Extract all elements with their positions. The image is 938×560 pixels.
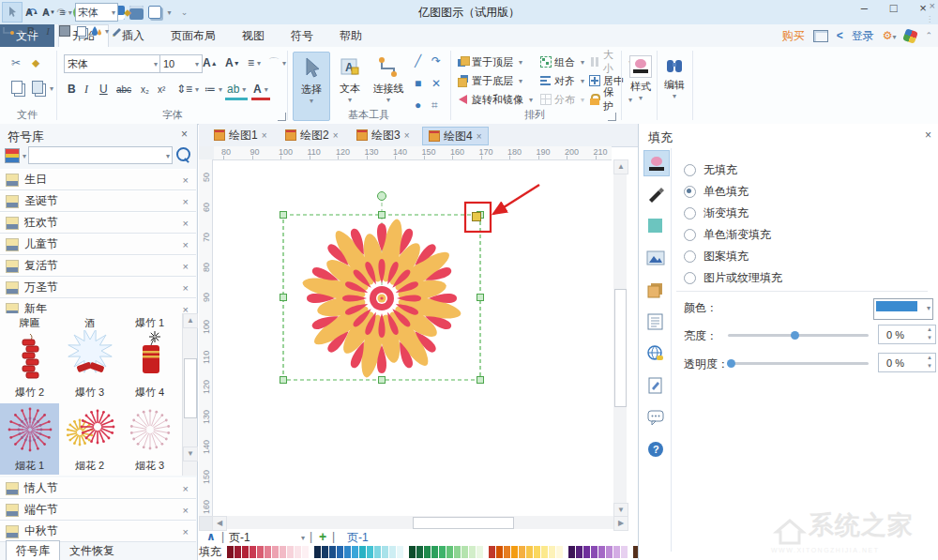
symbol-label-爆竹 1[interactable]: 爆竹 1 [120, 316, 179, 330]
palette-swatch[interactable] [302, 546, 309, 558]
palette-swatch[interactable] [526, 546, 533, 558]
vertical-scrollbar[interactable]: ▲ ▼ [613, 159, 627, 516]
category-close-icon[interactable]: × [183, 218, 189, 229]
arc-text-button[interactable]: ⌒▾ [266, 54, 288, 71]
maximize-button[interactable]: □ [881, 0, 907, 19]
radio-icon[interactable] [684, 186, 696, 198]
curve-shape-button[interactable]: ↷ [430, 53, 443, 69]
palette-swatch[interactable] [621, 546, 628, 558]
category-close-icon[interactable]: × [183, 505, 189, 516]
line-spacing-button[interactable]: ⇕≡▾ [174, 81, 201, 98]
fill-option-单色填充[interactable]: 单色填充 [684, 181, 928, 203]
italic-button[interactable]: I [83, 81, 90, 98]
opacity-value[interactable]: 0 %▲▼ [878, 353, 936, 372]
drawing-tab-close-icon[interactable]: × [262, 130, 267, 141]
minibar-theme-color-icon[interactable]: ▾ [91, 23, 109, 39]
palette-swatch[interactable] [227, 546, 234, 558]
opacity-thumb[interactable] [727, 359, 735, 368]
palette-swatch[interactable] [250, 546, 256, 558]
share-icon[interactable]: < [837, 29, 843, 42]
palette-swatch[interactable] [489, 546, 495, 558]
palette-swatch[interactable] [359, 546, 366, 558]
palette-swatch[interactable] [583, 546, 590, 558]
horizontal-scrollbar[interactable]: ◀ ▶ [199, 516, 627, 529]
minibar-format-painter-icon[interactable]: ⬥ [120, 4, 135, 21]
palette-swatch[interactable] [389, 546, 396, 558]
palette-swatch[interactable] [461, 546, 468, 558]
fill-panel-close-icon[interactable]: × [925, 129, 931, 142]
fill-option-图案填充[interactable]: 图案填充 [684, 246, 928, 267]
library-picker-dropdown[interactable]: ▾ [23, 152, 26, 160]
radio-icon[interactable] [684, 250, 696, 263]
font-name-combo[interactable]: 宋体▾ [64, 54, 161, 73]
bullet-list-button[interactable]: ≔▾ [203, 81, 224, 98]
palette-swatch[interactable] [234, 546, 241, 558]
palette-swatch[interactable] [257, 546, 264, 558]
category-close-icon[interactable]: × [183, 174, 189, 186]
export-icon[interactable] [813, 30, 828, 42]
minibar-align-icon[interactable]: ≡▾ [58, 4, 73, 21]
symbol-firework-red[interactable]: 烟花 1 [0, 403, 59, 475]
radio-icon[interactable] [684, 164, 696, 176]
category-close-icon[interactable]: × [183, 196, 189, 207]
underline-button[interactable]: U [98, 81, 110, 98]
sidebar-category-万圣节[interactable]: 万圣节× [0, 277, 196, 298]
library-picker-icon[interactable] [5, 148, 20, 163]
palette-swatch[interactable] [496, 546, 503, 558]
decrease-font-button[interactable]: A▼ [223, 54, 242, 71]
bold-button[interactable]: B [66, 81, 78, 98]
sidebar-category-生日[interactable]: 生日× [0, 169, 196, 190]
drawing-tab-绘图2[interactable]: 绘图2× [280, 127, 344, 144]
paste-button[interactable] [32, 81, 43, 94]
symbol-search-input[interactable]: ▾ [28, 146, 173, 164]
page-selector-dropdown[interactable]: ▾ [301, 534, 305, 542]
arrange-back-button[interactable]: 置于底层▾ [458, 72, 540, 89]
rect-shape-button[interactable]: ■ [413, 75, 423, 92]
line-style-icon[interactable] [643, 182, 668, 206]
palette-swatch[interactable] [541, 546, 548, 558]
category-close-icon[interactable]: × [183, 261, 189, 272]
symbol-panel-close-icon[interactable]: × [181, 128, 188, 141]
paste-dropdown[interactable]: ▾ [50, 84, 53, 93]
arrange-group-button[interactable]: 组合▾ [540, 53, 589, 70]
minibar-drag-dots[interactable]: ⋮ [926, 15, 933, 23]
sidebar-category-狂欢节[interactable]: 狂欢节× [0, 212, 196, 234]
highlight-button[interactable]: ab▾ [225, 81, 248, 100]
brightness-value[interactable]: 0 %▲▼ [878, 325, 936, 344]
minimize-button[interactable]: – [851, 0, 877, 19]
fill-option-单色渐变填充[interactable]: 单色渐变填充 [684, 224, 928, 246]
symbol-firecracker-burst[interactable]: 爆竹 3 [60, 330, 119, 401]
palette-swatch[interactable] [409, 546, 416, 558]
vertex-tool-button[interactable]: ✕ [430, 75, 443, 92]
tab-视图[interactable]: 视图 [229, 25, 278, 47]
arrange-align-button[interactable]: 对齐▾ [540, 72, 589, 89]
palette-swatch[interactable] [322, 546, 328, 558]
minibar-connector-icon[interactable]: ▾ [2, 23, 22, 39]
symbol-label-酒[interactable]: 酒 [60, 316, 119, 330]
drawing-tab-绘图1[interactable]: 绘图1× [208, 127, 273, 144]
settings-gear-icon[interactable]: ⚙▾ [883, 29, 897, 42]
minibar-close-icon[interactable]: × [930, 0, 935, 11]
palette-swatch[interactable] [431, 546, 438, 558]
palette-swatch[interactable] [477, 546, 483, 558]
palette-swatch[interactable] [314, 546, 321, 558]
insert-picture-icon[interactable] [643, 246, 668, 270]
font-dialog-launcher[interactable] [278, 113, 286, 121]
align-button[interactable]: ≡▾ [246, 54, 263, 71]
symbol-firecracker-cylinder[interactable]: 爆竹 4 [120, 330, 179, 401]
document-edit-icon[interactable] [643, 373, 668, 398]
palette-swatch[interactable] [272, 546, 279, 558]
sidebar-category-复活节[interactable]: 复活节× [0, 255, 196, 277]
palette-swatch[interactable] [454, 546, 461, 558]
palette-swatch[interactable] [606, 546, 613, 558]
sidebar-category-圣诞节[interactable]: 圣诞节× [0, 190, 196, 212]
minibar-font-combo[interactable]: 宋体▾ [75, 3, 118, 22]
superscript-button[interactable]: x² [156, 81, 167, 98]
symbol-firework-double[interactable]: 烟花 2 [60, 403, 119, 475]
format-painter-button[interactable]: ⬥ [30, 54, 41, 71]
category-close-icon[interactable]: × [183, 239, 189, 250]
palette-swatch[interactable] [242, 546, 249, 558]
drawing-tab-close-icon[interactable]: × [333, 130, 339, 141]
minibar-copy-style-icon[interactable] [74, 23, 89, 39]
radio-icon[interactable] [684, 229, 696, 241]
